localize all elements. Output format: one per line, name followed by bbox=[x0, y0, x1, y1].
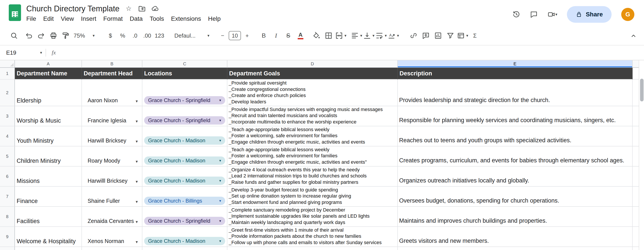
fill-color-button[interactable] bbox=[310, 29, 322, 42]
insert-comment-button[interactable] bbox=[420, 29, 432, 42]
cell-description[interactable]: Provides leadership and strategic direct… bbox=[398, 80, 632, 106]
share-button[interactable]: Share bbox=[567, 6, 612, 23]
cell-department-goals[interactable]: _Provide impactful Sunday services with … bbox=[227, 106, 398, 126]
cell-location[interactable]: Grace Church - Madison ▼ bbox=[142, 146, 227, 166]
vertical-scrollbar[interactable] bbox=[639, 60, 644, 250]
sheets-logo-icon[interactable] bbox=[9, 4, 21, 21]
decrease-decimal-button[interactable]: .0 bbox=[129, 29, 141, 42]
horizontal-align-button[interactable]: ▾ bbox=[350, 29, 363, 42]
cell-description[interactable]: Oversees budget, donations, spending for… bbox=[398, 187, 632, 207]
menu-item[interactable]: Extensions bbox=[168, 14, 204, 23]
cell-location[interactable]: Grace Church - Billings ▼ bbox=[142, 187, 227, 207]
font-family-select[interactable]: Defaul... ▾ bbox=[172, 29, 212, 42]
currency-format-button[interactable]: $ bbox=[104, 29, 116, 42]
paint-format-button[interactable] bbox=[60, 29, 72, 42]
location-chip[interactable]: Grace Church - Madison ▼ bbox=[144, 237, 225, 245]
header-cell-locations[interactable]: Locations bbox=[142, 68, 227, 80]
column-header-a[interactable]: A bbox=[15, 60, 82, 68]
cell-location[interactable]: Grace Church - Madison ▼ bbox=[142, 227, 227, 247]
cell-department-head[interactable]: Shaine Fuller ▼ bbox=[82, 187, 142, 207]
zoom-select[interactable]: 75% ▾ bbox=[72, 29, 96, 42]
undo-button[interactable] bbox=[23, 29, 35, 42]
comments-icon[interactable] bbox=[530, 9, 538, 20]
cell-description[interactable]: Responsible for planning weekly services… bbox=[398, 106, 632, 126]
redo-button[interactable] bbox=[35, 29, 47, 42]
menu-item[interactable]: Tools bbox=[146, 14, 167, 23]
cell-description[interactable]: Creates programs, curriculum, and events… bbox=[398, 146, 632, 166]
insert-chart-button[interactable] bbox=[432, 29, 444, 42]
cell-department-head[interactable]: Francine Iglesia ▼ bbox=[82, 106, 142, 126]
column-header-c[interactable]: C bbox=[142, 60, 227, 68]
filter-button[interactable] bbox=[444, 29, 456, 42]
cell-department-name[interactable]: Youth Ministry bbox=[15, 126, 82, 146]
functions-button[interactable]: Σ bbox=[469, 29, 481, 42]
cell-location[interactable]: Grace Church - Springfield ▼ bbox=[142, 80, 227, 106]
strikethrough-button[interactable]: S bbox=[282, 29, 294, 42]
header-cell-department-name[interactable]: Department Name bbox=[15, 68, 82, 80]
insert-link-button[interactable] bbox=[408, 29, 420, 42]
font-size-input[interactable]: 10 bbox=[229, 31, 241, 40]
cell-department-name[interactable]: Finance bbox=[15, 187, 82, 207]
text-rotation-button[interactable]: A ▾ bbox=[387, 29, 400, 42]
cell-department-head[interactable]: Roary Moody ▼ bbox=[82, 146, 142, 166]
location-chip[interactable]: Grace Church - Springfield ▼ bbox=[144, 96, 225, 105]
cell-department-head[interactable]: Harwill Bricksey ▼ bbox=[82, 126, 142, 146]
row-header[interactable]: 4 bbox=[0, 126, 15, 146]
dropdown-arrow-icon[interactable]: ▼ bbox=[135, 240, 138, 244]
menu-item[interactable]: Help bbox=[204, 14, 224, 23]
document-title[interactable]: Church Directory Template bbox=[26, 4, 120, 13]
bold-button[interactable]: B bbox=[258, 29, 270, 42]
user-avatar[interactable]: G bbox=[621, 8, 634, 21]
move-folder-icon[interactable] bbox=[138, 5, 146, 13]
empty-cell[interactable] bbox=[227, 247, 398, 250]
text-color-button[interactable]: A bbox=[294, 29, 307, 42]
row-header[interactable]: 6 bbox=[0, 166, 15, 187]
row-header[interactable]: 3 bbox=[0, 106, 15, 126]
menu-item[interactable]: View bbox=[57, 14, 77, 23]
dropdown-arrow-icon[interactable]: ▼ bbox=[135, 200, 138, 204]
borders-button[interactable] bbox=[322, 29, 335, 42]
row-header[interactable]: 9 bbox=[0, 227, 15, 247]
location-chip[interactable]: Grace Church - Madison ▼ bbox=[144, 177, 225, 185]
scrollbar-thumb[interactable] bbox=[640, 79, 644, 101]
cell-department-goals[interactable]: _Develop 3-year budget forecast to guide… bbox=[227, 187, 398, 207]
header-cell-description[interactable]: Description bbox=[398, 68, 632, 80]
cell-department-goals[interactable]: _Organize 4 local outreach events this y… bbox=[227, 166, 398, 187]
cell-department-name[interactable]: Missions bbox=[15, 166, 82, 187]
version-history-icon[interactable] bbox=[512, 9, 520, 20]
dropdown-arrow-icon[interactable]: ▼ bbox=[135, 180, 138, 184]
name-box[interactable]: E19 ▾ bbox=[0, 49, 46, 56]
location-chip[interactable]: Grace Church - Springfield ▼ bbox=[144, 116, 225, 125]
dropdown-arrow-icon[interactable]: ▼ bbox=[135, 140, 138, 143]
empty-cell[interactable] bbox=[82, 247, 142, 250]
cell-department-goals[interactable]: _Complete sanctuary remodeling project b… bbox=[227, 207, 398, 227]
cell-department-name[interactable]: Eldership bbox=[15, 80, 82, 106]
cell-department-head[interactable]: Zenaida Cervantes ▼ bbox=[82, 207, 142, 227]
decrease-font-size-button[interactable]: − bbox=[216, 29, 229, 42]
table-views-button[interactable]: ▾ bbox=[456, 29, 469, 42]
empty-cell[interactable] bbox=[15, 247, 82, 250]
toolbar-search-button[interactable] bbox=[8, 29, 20, 42]
meet-video-icon[interactable]: ▾ bbox=[548, 9, 557, 20]
cell-location[interactable]: Grace Church - Madison ▼ bbox=[142, 166, 227, 187]
cell-description[interactable]: Greets visitors and new members. bbox=[398, 227, 632, 247]
cell-department-goals[interactable]: _Teach age-appropriate biblical lessons … bbox=[227, 146, 398, 166]
cell-department-head[interactable]: Xenos Norman ▼ bbox=[82, 227, 142, 247]
row-header[interactable] bbox=[0, 247, 15, 250]
number-format-button[interactable]: 123 bbox=[153, 29, 166, 42]
menu-item[interactable]: File bbox=[23, 14, 40, 23]
cell-location[interactable]: Grace Church - Springfield ▼ bbox=[142, 207, 227, 227]
chevron-down-icon[interactable]: ▾ bbox=[555, 12, 557, 16]
star-icon[interactable]: ☆ bbox=[125, 5, 133, 13]
row-header-1[interactable]: 1 bbox=[0, 68, 15, 80]
cell-department-goals[interactable]: _Greet first-time visitors within 1 minu… bbox=[227, 227, 398, 247]
dropdown-arrow-icon[interactable]: ▼ bbox=[135, 220, 138, 224]
cell-description[interactable]: Reaches out to teens and youth groups wi… bbox=[398, 126, 632, 146]
cell-department-name[interactable]: Children Ministry bbox=[15, 146, 82, 166]
location-chip[interactable]: Grace Church - Springfield ▼ bbox=[144, 217, 225, 225]
row-header[interactable]: 5 bbox=[0, 146, 15, 166]
column-header-d[interactable]: D bbox=[227, 60, 398, 68]
cell-description[interactable]: Maintains and improves church buildings … bbox=[398, 207, 632, 227]
location-chip[interactable]: Grace Church - Billings ▼ bbox=[144, 197, 225, 205]
cell-department-name[interactable]: Welcome & Hospitality bbox=[15, 227, 82, 247]
